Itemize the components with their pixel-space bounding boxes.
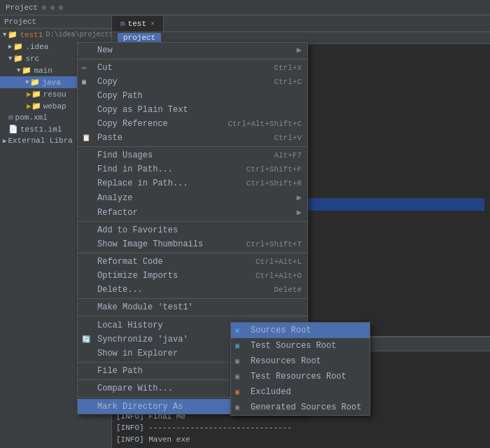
menu-separator xyxy=(78,316,307,316)
folder-icon: ▶📁 xyxy=(27,90,41,99)
tree-label: java xyxy=(42,78,60,87)
arrow-icon: ▼ xyxy=(25,79,29,86)
submenu-label: Sources Root xyxy=(251,326,311,335)
menu-separator xyxy=(78,221,307,222)
menu-label: Copy xyxy=(97,77,118,87)
menu-label: Copy Reference xyxy=(97,119,168,129)
tree-item-test1[interactable]: ▼ 📁 test1 D:\idea\projects\test1 xyxy=(0,29,111,41)
submenu-item-test-sources-root[interactable]: ▣ Test Sources Root xyxy=(231,338,370,354)
shortcut-label: Ctrl+Shift+R xyxy=(232,179,302,188)
tree-label: webap xyxy=(43,102,66,111)
menu-label: Paste xyxy=(97,133,122,143)
menu-item-copy-plain[interactable]: Copy as Plain Text xyxy=(78,103,307,117)
menu-separator xyxy=(78,298,307,299)
submenu-label: Test Sources Root xyxy=(251,341,336,351)
menu-label: Refactor xyxy=(97,208,138,218)
menu-item-add-favorites[interactable]: Add to Favorites xyxy=(78,223,307,237)
editor-tabs: m test × xyxy=(112,15,490,32)
resources-icon: ▣ xyxy=(235,357,239,365)
title-bar: Project ⚙ ⚙ ⚙ xyxy=(0,0,490,15)
arrow-icon: ▼ xyxy=(8,55,12,62)
menu-item-analyze[interactable]: Analyze ▶ xyxy=(78,190,307,205)
tree-label: .idea xyxy=(25,43,48,51)
title-text: Project xyxy=(6,4,38,12)
menu-label: Show in Explorer xyxy=(97,349,178,358)
mark-directory-submenu: ▣ Sources Root ▣ Test Sources Root ▣ Res… xyxy=(230,322,370,416)
menu-item-replace-path[interactable]: Replace in Path... Ctrl+Shift+R xyxy=(78,176,307,190)
submenu-item-excluded[interactable]: ▣ Excluded xyxy=(231,384,370,400)
submenu-arrow-icon: ▶ xyxy=(297,192,302,203)
menu-label: Find in Path... xyxy=(97,164,173,174)
tree-label: test1.iml xyxy=(20,125,62,134)
menu-item-reformat[interactable]: Reformat Code Ctrl+Alt+L xyxy=(78,255,307,269)
folder-icon: 📁 xyxy=(13,54,23,63)
menu-item-find-usages[interactable]: Find Usages Alt+F7 xyxy=(78,148,307,162)
tree-label: test1 xyxy=(20,31,43,39)
menu-separator xyxy=(78,146,307,147)
submenu-item-generated-sources[interactable]: ▣ Generated Sources Root xyxy=(231,400,370,415)
toolbar-icons: ⚙ ⚙ ⚙ xyxy=(42,4,63,12)
menu-label: Make Module 'test1' xyxy=(97,302,193,312)
shortcut-label: Delete xyxy=(260,286,302,294)
menu-item-copy[interactable]: ▣ Copy Ctrl+C xyxy=(78,75,307,89)
submenu-item-sources-root[interactable]: ▣ Sources Root xyxy=(231,323,370,338)
menu-label: Reformat Code xyxy=(97,257,163,267)
submenu-item-test-resources-root[interactable]: ▣ Test Resources Root xyxy=(231,369,370,384)
menu-label: Replace in Path... xyxy=(97,178,188,188)
arrow-icon: ▶ xyxy=(3,137,6,145)
folder-icon: 📁 xyxy=(22,66,31,75)
sync-icon: 🔄 xyxy=(82,335,90,344)
xml-icon: m xyxy=(8,113,13,122)
menu-item-thumbnails[interactable]: Show Image Thumbnails Ctrl+Shift+T xyxy=(78,237,307,251)
copy-icon: ▣ xyxy=(82,78,86,86)
submenu-label: Test Resources Root xyxy=(251,372,346,382)
menu-item-find-path[interactable]: Find in Path... Ctrl+Shift+F xyxy=(78,162,307,176)
breadcrumb-item[interactable]: project xyxy=(118,33,161,43)
menu-item-delete[interactable]: Delete... Delete xyxy=(78,283,307,297)
menu-label: Analyze xyxy=(97,193,132,203)
submenu-label: Resources Root xyxy=(251,356,321,366)
menu-label: Add to Favorites xyxy=(97,225,178,235)
file-icon: 📄 xyxy=(8,125,18,134)
test-resources-icon: ▣ xyxy=(235,372,239,381)
arrow-icon: ▶ xyxy=(8,43,12,50)
submenu-label: Generated Sources Root xyxy=(251,402,361,412)
shortcut-label: Ctrl+V xyxy=(260,134,302,142)
log-line: [INFO] ------------------------------- xyxy=(116,422,486,434)
menu-label: Copy as Plain Text xyxy=(97,105,188,115)
menu-item-paste[interactable]: 📋 Paste Ctrl+V xyxy=(78,131,307,145)
tab-test[interactable]: m test × xyxy=(112,16,164,31)
tab-close-button[interactable]: × xyxy=(150,20,155,28)
shortcut-label: Ctrl+Alt+Shift+C xyxy=(214,120,302,128)
menu-label: Compare With... xyxy=(97,384,173,393)
menu-label: Cut xyxy=(97,63,113,73)
excluded-icon: ▣ xyxy=(235,388,239,396)
menu-label: New xyxy=(97,46,113,55)
menu-item-cut[interactable]: ✂ Cut Ctrl+X xyxy=(78,61,307,75)
menu-item-refactor[interactable]: Refactor ▶ xyxy=(78,205,307,220)
folder-java-icon: 📁 xyxy=(30,78,40,87)
sidebar-header: Project xyxy=(0,15,111,29)
menu-item-copy-path[interactable]: Copy Path xyxy=(78,89,307,103)
menu-label: Show Image Thumbnails xyxy=(97,239,203,249)
cut-icon: ✂ xyxy=(82,64,87,73)
menu-item-copy-reference[interactable]: Copy Reference Ctrl+Alt+Shift+C xyxy=(78,117,307,131)
submenu-arrow-icon: ▶ xyxy=(297,45,302,55)
log-line: [INFO] Maven exe xyxy=(116,434,486,446)
tree-label: External Libra xyxy=(8,136,72,145)
xml-file-icon: m xyxy=(120,20,125,28)
submenu-item-resources-root[interactable]: ▣ Resources Root xyxy=(231,354,370,369)
shortcut-label: Ctrl+X xyxy=(260,64,302,72)
menu-item-optimize[interactable]: Optimize Imports Ctrl+Alt+O xyxy=(78,269,307,283)
tree-path: D:\idea\projects\test1 xyxy=(46,31,112,38)
submenu-arrow-icon: ▶ xyxy=(297,207,302,218)
menu-item-make-module[interactable]: Make Module 'test1' xyxy=(78,300,307,314)
menu-item-new[interactable]: New ▶ xyxy=(78,43,307,57)
folder-icon: 📁 xyxy=(8,30,18,39)
test-sources-icon: ▣ xyxy=(235,342,239,350)
generated-icon: ▣ xyxy=(235,403,239,412)
tree-label: resou xyxy=(43,90,66,99)
folder-icon: ▶📁 xyxy=(27,102,41,111)
menu-label: Copy Path xyxy=(97,91,143,101)
menu-separator xyxy=(78,59,307,59)
